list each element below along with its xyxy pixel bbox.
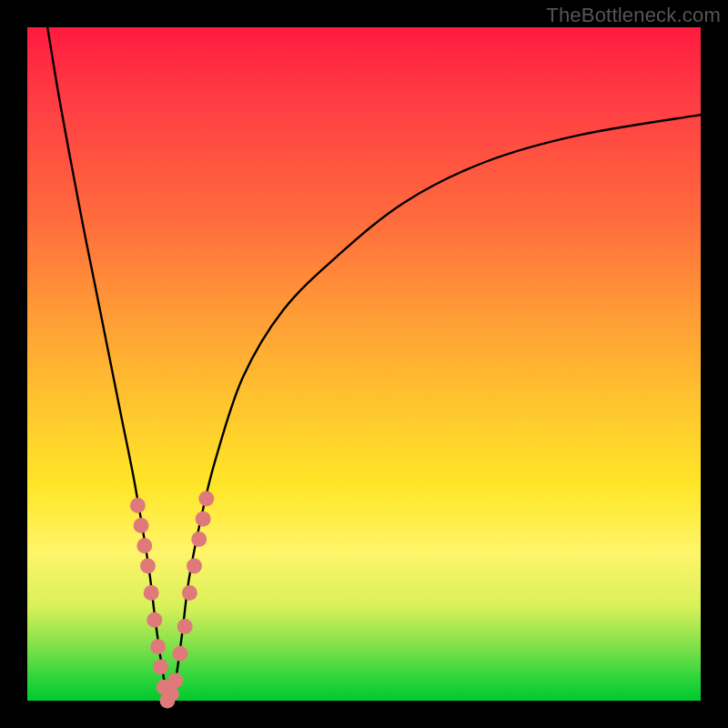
plot-area bbox=[27, 27, 701, 701]
watermark-text: TheBottleneck.com bbox=[546, 4, 721, 27]
chart-frame: TheBottleneck.com bbox=[0, 0, 728, 728]
